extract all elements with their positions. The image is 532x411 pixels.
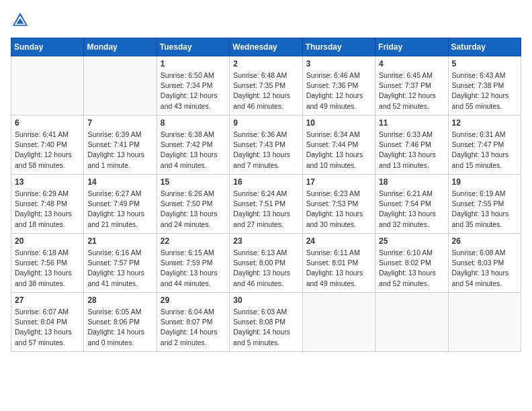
calendar-day-cell: 8Sunrise: 6:38 AMSunset: 7:42 PMDaylight… — [157, 116, 229, 175]
calendar-week-row: 6Sunrise: 6:41 AMSunset: 7:40 PMDaylight… — [11, 116, 521, 175]
day-info: Sunrise: 6:33 AMSunset: 7:46 PMDaylight:… — [379, 130, 444, 171]
calendar-day-header: Saturday — [448, 38, 521, 56]
day-info: Sunrise: 6:07 AMSunset: 8:04 PMDaylight:… — [15, 307, 80, 348]
day-info: Sunrise: 6:50 AMSunset: 7:34 PMDaylight:… — [161, 71, 226, 111]
day-number: 29 — [161, 295, 226, 305]
day-number: 9 — [233, 118, 298, 128]
calendar-day-cell — [11, 56, 84, 116]
calendar-day-cell: 20Sunrise: 6:18 AMSunset: 7:56 PMDayligh… — [11, 234, 84, 293]
day-info: Sunrise: 6:31 AMSunset: 7:47 PMDaylight:… — [452, 130, 517, 171]
day-info: Sunrise: 6:26 AMSunset: 7:50 PMDaylight:… — [161, 189, 226, 230]
day-number: 13 — [15, 177, 80, 187]
day-number: 14 — [87, 177, 152, 187]
day-info: Sunrise: 6:45 AMSunset: 7:37 PMDaylight:… — [379, 71, 444, 111]
day-info: Sunrise: 6:43 AMSunset: 7:38 PMDaylight:… — [452, 71, 517, 111]
day-info: Sunrise: 6:48 AMSunset: 7:35 PMDaylight:… — [233, 71, 298, 111]
day-info: Sunrise: 6:39 AMSunset: 7:41 PMDaylight:… — [87, 130, 152, 171]
day-number: 11 — [379, 118, 444, 128]
day-number: 6 — [15, 118, 80, 128]
calendar-week-row: 27Sunrise: 6:07 AMSunset: 8:04 PMDayligh… — [11, 293, 521, 352]
logo — [11, 11, 32, 30]
day-number: 25 — [379, 236, 444, 246]
calendar-day-cell: 13Sunrise: 6:29 AMSunset: 7:48 PMDayligh… — [11, 175, 84, 234]
day-number: 26 — [452, 236, 517, 246]
day-info: Sunrise: 6:19 AMSunset: 7:55 PMDaylight:… — [452, 189, 517, 230]
day-info: Sunrise: 6:03 AMSunset: 8:08 PMDaylight:… — [233, 307, 298, 348]
calendar-day-cell: 19Sunrise: 6:19 AMSunset: 7:55 PMDayligh… — [448, 175, 521, 234]
day-info: Sunrise: 6:24 AMSunset: 7:51 PMDaylight:… — [233, 189, 298, 230]
calendar-day-cell — [448, 293, 521, 352]
day-number: 12 — [452, 118, 517, 128]
calendar-day-cell: 27Sunrise: 6:07 AMSunset: 8:04 PMDayligh… — [11, 293, 84, 352]
calendar-day-cell — [84, 56, 157, 116]
calendar-day-header: Wednesday — [230, 38, 302, 56]
calendar-day-header: Sunday — [11, 38, 84, 56]
day-number: 20 — [15, 236, 80, 246]
calendar-day-cell — [302, 293, 375, 352]
calendar-day-cell: 15Sunrise: 6:26 AMSunset: 7:50 PMDayligh… — [157, 175, 229, 234]
calendar-day-cell: 5Sunrise: 6:43 AMSunset: 7:38 PMDaylight… — [448, 56, 521, 116]
calendar-table: SundayMondayTuesdayWednesdayThursdayFrid… — [11, 38, 521, 352]
calendar-day-cell: 21Sunrise: 6:16 AMSunset: 7:57 PMDayligh… — [84, 234, 157, 293]
calendar-day-header: Thursday — [302, 38, 375, 56]
calendar-day-cell: 18Sunrise: 6:21 AMSunset: 7:54 PMDayligh… — [375, 175, 448, 234]
calendar-header-row: SundayMondayTuesdayWednesdayThursdayFrid… — [11, 38, 521, 56]
calendar-day-cell: 14Sunrise: 6:27 AMSunset: 7:49 PMDayligh… — [84, 175, 157, 234]
calendar-day-header: Tuesday — [157, 38, 229, 56]
calendar-day-cell: 24Sunrise: 6:11 AMSunset: 8:01 PMDayligh… — [302, 234, 375, 293]
day-number: 8 — [161, 118, 226, 128]
day-info: Sunrise: 6:36 AMSunset: 7:43 PMDaylight:… — [233, 130, 298, 171]
day-number: 24 — [306, 236, 371, 246]
day-info: Sunrise: 6:08 AMSunset: 8:03 PMDaylight:… — [452, 248, 517, 289]
day-info: Sunrise: 6:05 AMSunset: 8:06 PMDaylight:… — [87, 307, 152, 348]
calendar-day-cell: 3Sunrise: 6:46 AMSunset: 7:36 PMDaylight… — [302, 56, 375, 116]
calendar-day-cell: 23Sunrise: 6:13 AMSunset: 8:00 PMDayligh… — [230, 234, 302, 293]
day-number: 16 — [233, 177, 298, 187]
day-info: Sunrise: 6:27 AMSunset: 7:49 PMDaylight:… — [87, 189, 152, 230]
calendar-day-cell: 12Sunrise: 6:31 AMSunset: 7:47 PMDayligh… — [448, 116, 521, 175]
calendar-day-cell: 28Sunrise: 6:05 AMSunset: 8:06 PMDayligh… — [84, 293, 157, 352]
day-number: 22 — [161, 236, 226, 246]
day-info: Sunrise: 6:41 AMSunset: 7:40 PMDaylight:… — [15, 130, 80, 171]
day-info: Sunrise: 6:21 AMSunset: 7:54 PMDaylight:… — [379, 189, 444, 230]
day-number: 2 — [233, 59, 298, 68]
page-header — [11, 11, 521, 30]
day-number: 27 — [15, 295, 80, 305]
day-info: Sunrise: 6:29 AMSunset: 7:48 PMDaylight:… — [15, 189, 80, 230]
calendar-day-cell — [375, 293, 448, 352]
day-info: Sunrise: 6:38 AMSunset: 7:42 PMDaylight:… — [161, 130, 226, 171]
day-info: Sunrise: 6:15 AMSunset: 7:59 PMDaylight:… — [161, 248, 226, 289]
day-number: 15 — [161, 177, 226, 187]
day-info: Sunrise: 6:16 AMSunset: 7:57 PMDaylight:… — [87, 248, 152, 289]
day-number: 3 — [306, 59, 371, 68]
day-info: Sunrise: 6:13 AMSunset: 8:00 PMDaylight:… — [233, 248, 298, 289]
calendar-day-cell: 16Sunrise: 6:24 AMSunset: 7:51 PMDayligh… — [230, 175, 302, 234]
day-number: 4 — [379, 59, 444, 68]
calendar-day-cell: 10Sunrise: 6:34 AMSunset: 7:44 PMDayligh… — [302, 116, 375, 175]
day-info: Sunrise: 6:04 AMSunset: 8:07 PMDaylight:… — [161, 307, 226, 348]
calendar-day-cell: 30Sunrise: 6:03 AMSunset: 8:08 PMDayligh… — [230, 293, 302, 352]
day-number: 28 — [87, 295, 152, 305]
calendar-day-cell: 25Sunrise: 6:10 AMSunset: 8:02 PMDayligh… — [375, 234, 448, 293]
calendar-day-header: Monday — [84, 38, 157, 56]
day-info: Sunrise: 6:34 AMSunset: 7:44 PMDaylight:… — [306, 130, 371, 171]
calendar-week-row: 1Sunrise: 6:50 AMSunset: 7:34 PMDaylight… — [11, 56, 521, 116]
day-number: 17 — [306, 177, 371, 187]
day-number: 7 — [87, 118, 152, 128]
day-info: Sunrise: 6:46 AMSunset: 7:36 PMDaylight:… — [306, 71, 371, 111]
day-number: 30 — [233, 295, 298, 305]
calendar-day-cell: 26Sunrise: 6:08 AMSunset: 8:03 PMDayligh… — [448, 234, 521, 293]
calendar-day-cell: 7Sunrise: 6:39 AMSunset: 7:41 PMDaylight… — [84, 116, 157, 175]
calendar-day-cell: 1Sunrise: 6:50 AMSunset: 7:34 PMDaylight… — [157, 56, 229, 116]
logo-icon — [11, 11, 30, 30]
calendar-day-cell: 17Sunrise: 6:23 AMSunset: 7:53 PMDayligh… — [302, 175, 375, 234]
day-info: Sunrise: 6:10 AMSunset: 8:02 PMDaylight:… — [379, 248, 444, 289]
calendar-week-row: 13Sunrise: 6:29 AMSunset: 7:48 PMDayligh… — [11, 175, 521, 234]
calendar-day-cell: 9Sunrise: 6:36 AMSunset: 7:43 PMDaylight… — [230, 116, 302, 175]
day-number: 10 — [306, 118, 371, 128]
calendar-day-cell: 11Sunrise: 6:33 AMSunset: 7:46 PMDayligh… — [375, 116, 448, 175]
day-number: 5 — [452, 59, 517, 68]
day-number: 1 — [161, 59, 226, 68]
day-number: 23 — [233, 236, 298, 246]
day-info: Sunrise: 6:11 AMSunset: 8:01 PMDaylight:… — [306, 248, 371, 289]
